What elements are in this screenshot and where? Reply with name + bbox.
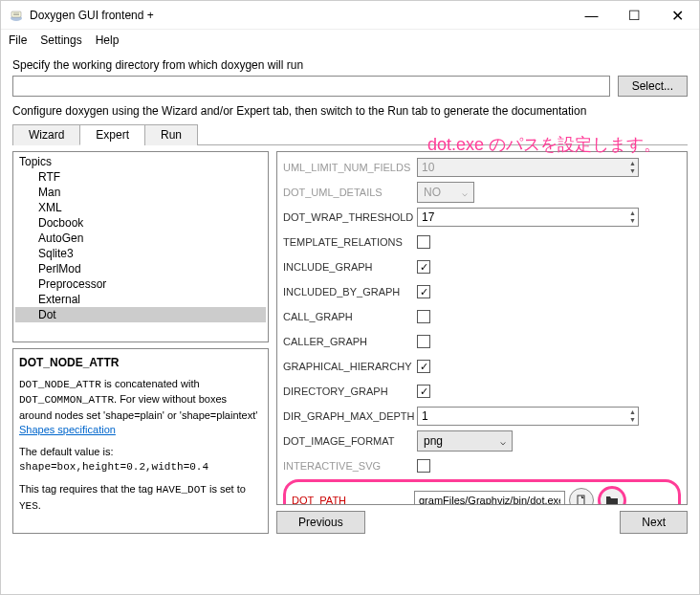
dir-depth-spinner[interactable]: 1▲▼: [417, 407, 639, 426]
topic-item-rtf[interactable]: RTF: [15, 169, 266, 185]
lbl-include-graph: INCLUDE_GRAPH: [283, 261, 417, 273]
topics-list[interactable]: Topics RTFManXMLDocbookAutoGenSqlite3Per…: [12, 151, 269, 342]
topic-item-preprocessor[interactable]: Preprocessor: [15, 276, 266, 292]
chk-include-graph[interactable]: ✓: [417, 260, 430, 274]
working-dir-label: Specify the working directory from which…: [12, 58, 688, 72]
browse-path-button[interactable]: [598, 486, 626, 505]
help-title: DOT_NODE_ATTR: [19, 355, 262, 371]
lbl-graph-hier: GRAPHICAL_HIERARCHY: [283, 361, 417, 372]
topic-item-dot[interactable]: Dot: [15, 307, 266, 322]
chk-interactive-svg[interactable]: [417, 459, 430, 473]
topic-item-sqlite3[interactable]: Sqlite3: [15, 246, 266, 261]
chk-template-rel[interactable]: [417, 235, 430, 249]
dot-path-input[interactable]: [414, 491, 565, 505]
svg-rect-4: [578, 496, 584, 505]
menubar: File Settings Help: [1, 30, 699, 51]
shapes-link[interactable]: Shapes specification: [19, 424, 116, 435]
lbl-dot-img-fmt: DOT_IMAGE_FORMAT: [283, 435, 417, 447]
lbl-dir-depth: DIR_GRAPH_MAX_DEPTH: [283, 410, 417, 422]
lbl-dir-graph: DIRECTORY_GRAPH: [283, 386, 417, 397]
previous-button[interactable]: Previous: [276, 511, 365, 534]
maximize-button[interactable]: ☐: [613, 1, 656, 30]
topic-item-docbook[interactable]: Docbook: [15, 215, 266, 231]
folder-icon: [605, 495, 619, 505]
chk-call-graph[interactable]: [417, 310, 430, 323]
titlebar: Doxygen GUI frontend + — ☐ ✕: [1, 1, 699, 30]
lbl-uml-limit: UML_LIMIT_NUM_FIELDS: [283, 162, 417, 173]
topic-item-xml[interactable]: XML: [15, 200, 266, 215]
svg-rect-1: [11, 11, 21, 17]
lbl-dot-path: DOT_PATH: [292, 495, 414, 505]
menu-help[interactable]: Help: [96, 33, 120, 47]
next-button[interactable]: Next: [620, 511, 688, 534]
menu-file[interactable]: File: [9, 33, 27, 47]
chk-dir-graph[interactable]: ✓: [417, 385, 430, 398]
tab-wizard[interactable]: Wizard: [12, 124, 80, 145]
dot-uml-details-combo[interactable]: NO: [417, 182, 474, 203]
topic-item-perlmod[interactable]: PerlMod: [15, 261, 266, 276]
dot-path-highlight: DOT_PATH: [283, 479, 681, 505]
app-icon: [9, 8, 24, 23]
topic-item-autogen[interactable]: AutoGen: [15, 231, 266, 246]
copy-path-button[interactable]: [569, 488, 594, 505]
lbl-call-graph: CALL_GRAPH: [283, 311, 417, 322]
uml-limit-spinner[interactable]: 10▲▼: [417, 158, 639, 177]
topics-title: Topics: [15, 154, 266, 169]
chk-caller-graph[interactable]: [417, 335, 430, 348]
tab-bar: Wizard Expert Run: [12, 123, 688, 145]
help-panel: DOT_NODE_ATTR DOT_NODE_ATTR is concatena…: [12, 348, 269, 534]
settings-panel[interactable]: UML_LIMIT_NUM_FIELDS 10▲▼ DOT_UML_DETAIL…: [276, 151, 688, 505]
lbl-included-by: INCLUDED_BY_GRAPH: [283, 286, 417, 298]
chk-included-by[interactable]: ✓: [417, 285, 430, 298]
lbl-template-rel: TEMPLATE_RELATIONS: [283, 236, 417, 248]
topic-item-man[interactable]: Man: [15, 185, 266, 200]
config-instructions: Configure doxygen using the Wizard and/o…: [12, 104, 688, 118]
minimize-button[interactable]: —: [570, 1, 613, 30]
select-dir-button[interactable]: Select...: [618, 76, 688, 97]
dot-img-fmt-combo[interactable]: png: [417, 430, 513, 452]
working-dir-input[interactable]: [12, 76, 610, 97]
close-button[interactable]: ✕: [656, 1, 699, 30]
tab-run[interactable]: Run: [144, 124, 198, 145]
window-title: Doxygen GUI frontend +: [30, 9, 570, 22]
lbl-caller-graph: CALLER_GRAPH: [283, 336, 417, 347]
lbl-dot-uml-details: DOT_UML_DETAILS: [283, 187, 417, 198]
tab-expert[interactable]: Expert: [79, 124, 145, 145]
menu-settings[interactable]: Settings: [40, 33, 81, 47]
lbl-interactive-svg: INTERACTIVE_SVG: [283, 460, 417, 472]
file-icon: [576, 495, 587, 505]
topic-item-external[interactable]: External: [15, 292, 266, 307]
dot-wrap-spinner[interactable]: 17▲▼: [417, 208, 639, 227]
chk-graph-hier[interactable]: ✓: [417, 360, 430, 373]
lbl-dot-wrap: DOT_WRAP_THRESHOLD: [283, 211, 417, 223]
